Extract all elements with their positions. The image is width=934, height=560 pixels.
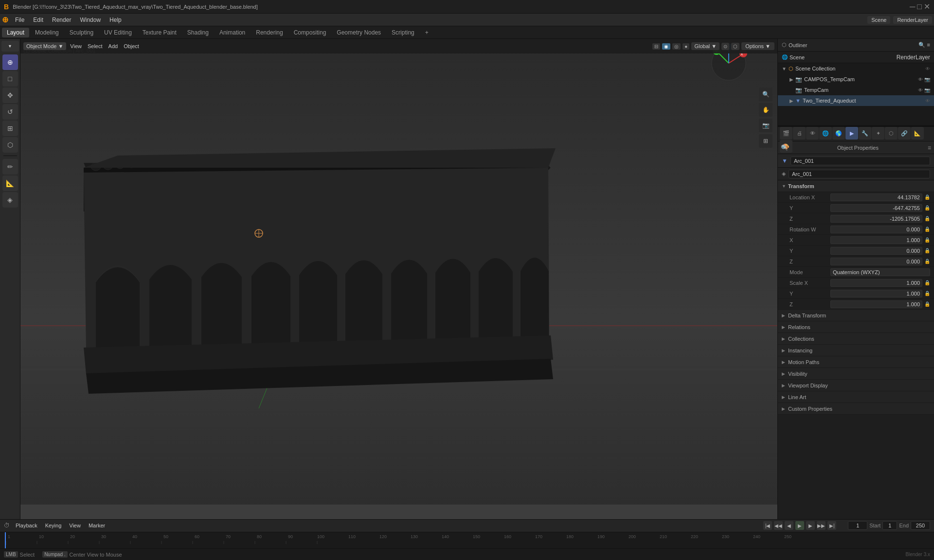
scale-y-value[interactable]: 1.000 bbox=[830, 290, 922, 298]
outliner-item-scene-collection[interactable]: ▼ ⬡ Scene Collection 👁 bbox=[778, 63, 934, 74]
rotation-x-lock[interactable]: 🔒 bbox=[924, 237, 930, 243]
scale-z-value[interactable]: 1.000 bbox=[830, 300, 922, 308]
data-block-name-input[interactable] bbox=[789, 170, 930, 178]
outliner-item-campos[interactable]: ▶ 📷 CAMPOS_TempCam 👁 📷 bbox=[778, 74, 934, 85]
view-menu-btn[interactable]: View bbox=[68, 42, 84, 50]
end-frame-input[interactable]: 250 bbox=[911, 521, 930, 530]
pan-btn[interactable]: ✋ bbox=[759, 103, 772, 117]
render-layer-name[interactable]: RenderLayer bbox=[897, 54, 930, 61]
annotate-tool[interactable]: ✏ bbox=[2, 159, 18, 175]
location-z-value[interactable]: -1205.17505 bbox=[830, 215, 922, 223]
current-frame-input[interactable]: 1 bbox=[848, 521, 867, 530]
viewport-shading-wire[interactable]: ⊟ bbox=[652, 43, 660, 50]
jump-forward-btn[interactable]: ▶▶ bbox=[817, 521, 826, 530]
render-layer-selector[interactable]: RenderLayer bbox=[893, 16, 932, 24]
location-x-value[interactable]: 44.13782 bbox=[830, 193, 922, 201]
viewport-shading-render[interactable]: ● bbox=[683, 43, 689, 50]
tab-rendering[interactable]: Rendering bbox=[251, 28, 287, 37]
outliner-filter[interactable]: ≡ bbox=[927, 42, 930, 48]
location-y-value[interactable]: -647.42755 bbox=[830, 204, 922, 212]
viewport-display-section[interactable]: ▶ Viewport Display bbox=[778, 380, 934, 391]
scale-x-lock[interactable]: 🔒 bbox=[924, 280, 930, 285]
tab-animation[interactable]: Animation bbox=[215, 28, 250, 37]
view-layer-icon[interactable]: 👁 bbox=[806, 127, 819, 140]
delta-transform-section[interactable]: ▶ Delta Transform bbox=[778, 310, 934, 321]
menu-help[interactable]: Help bbox=[106, 16, 126, 24]
quad-view-btn[interactable]: ⊞ bbox=[759, 134, 772, 148]
viewport-canvas[interactable]: User Perspective (1) Scene Collection | … bbox=[20, 39, 777, 505]
rotation-z-value[interactable]: 0.000 bbox=[830, 258, 922, 265]
step-back-btn[interactable]: ◀ bbox=[785, 521, 793, 530]
tab-sculpting[interactable]: Sculpting bbox=[65, 28, 98, 37]
menu-file[interactable]: File bbox=[11, 16, 28, 24]
menu-render[interactable]: Render bbox=[48, 16, 75, 24]
rotate-tool[interactable]: ↺ bbox=[2, 104, 18, 120]
play-btn[interactable]: ▶ bbox=[795, 521, 804, 530]
tab-add[interactable]: + bbox=[420, 28, 433, 37]
frame-ruler[interactable]: 1 10 20 30 40 50 60 70 80 90 100 110 120… bbox=[0, 532, 934, 548]
step-forward-btn[interactable]: ▶ bbox=[806, 521, 815, 530]
viewport[interactable]: Object Mode ▼ View Select Add Object ⊟ ◉… bbox=[20, 39, 777, 519]
scene-props-icon[interactable]: 🌐 bbox=[819, 127, 832, 140]
minimize-icon[interactable]: ─ bbox=[910, 2, 915, 11]
cursor-tool[interactable]: ⊕ bbox=[2, 54, 18, 70]
custom-properties-section[interactable]: ▶ Custom Properties bbox=[778, 403, 934, 415]
modifier-props-icon[interactable]: 🔧 bbox=[859, 127, 871, 140]
select-box-tool[interactable]: □ bbox=[2, 71, 18, 87]
tab-modeling[interactable]: Modeling bbox=[30, 28, 64, 37]
keying-btn[interactable]: Keying bbox=[43, 522, 64, 529]
object-name-input[interactable] bbox=[790, 157, 930, 165]
view-btn[interactable]: View bbox=[67, 522, 83, 529]
collections-section[interactable]: ▶ Collections bbox=[778, 333, 934, 345]
scene-name-label[interactable]: Scene bbox=[790, 54, 805, 60]
tab-geometry-nodes[interactable]: Geometry Nodes bbox=[332, 28, 386, 37]
zoom-in-btn[interactable]: 🔍 bbox=[759, 88, 772, 101]
world-props-icon[interactable]: 🌎 bbox=[832, 127, 845, 140]
tab-uv-editing[interactable]: UV Editing bbox=[99, 28, 137, 37]
add-menu-btn[interactable]: Add bbox=[107, 42, 120, 50]
location-y-lock[interactable]: 🔒 bbox=[924, 205, 930, 210]
tab-layout[interactable]: Layout bbox=[2, 28, 29, 37]
scale-tool[interactable]: ⊞ bbox=[2, 121, 18, 136]
instancing-section[interactable]: ▶ Instancing bbox=[778, 345, 934, 356]
viewport-shading-solid[interactable]: ◉ bbox=[662, 43, 670, 50]
gizmo-overlay-btn[interactable]: ⬡ bbox=[731, 43, 739, 50]
viewport-shading-material[interactable]: ◎ bbox=[672, 43, 681, 50]
outliner-item-tempcam[interactable]: 📷 TempCam 👁 📷 bbox=[778, 85, 934, 95]
jump-to-start-btn[interactable]: |◀ bbox=[763, 521, 772, 530]
object-menu-btn[interactable]: Object bbox=[122, 42, 141, 50]
motion-paths-section[interactable]: ▶ Motion Paths bbox=[778, 356, 934, 368]
move-tool[interactable]: ✥ bbox=[2, 88, 18, 103]
data-props-icon[interactable]: 📐 bbox=[911, 127, 924, 140]
add-obj-tool[interactable]: ◈ bbox=[2, 192, 18, 208]
jump-back-btn[interactable]: ◀◀ bbox=[774, 521, 783, 530]
particle-props-icon[interactable]: ✦ bbox=[872, 127, 884, 140]
object-props-icon[interactable]: ▶ bbox=[845, 127, 858, 140]
start-frame-input[interactable]: 1 bbox=[882, 521, 897, 530]
output-props-icon[interactable]: 🖨 bbox=[793, 127, 806, 140]
rotation-w-lock[interactable]: 🔒 bbox=[924, 227, 930, 232]
object-mode-btn[interactable]: Object Mode ▼ bbox=[23, 42, 66, 50]
global-local-btn[interactable]: Global ▼ bbox=[691, 42, 719, 50]
playback-btn[interactable]: Playback bbox=[14, 522, 39, 529]
camera-view-btn[interactable]: 📷 bbox=[759, 119, 772, 132]
mode-selector[interactable]: ▼ bbox=[1, 41, 19, 52]
props-filter-icon[interactable]: ≡ bbox=[928, 144, 931, 151]
menu-edit[interactable]: Edit bbox=[29, 16, 47, 24]
close-icon[interactable]: ✕ bbox=[924, 2, 930, 11]
rotation-x-value[interactable]: 1.000 bbox=[830, 236, 922, 244]
tab-shading[interactable]: Shading bbox=[182, 28, 214, 37]
search-icon[interactable]: 🔍 bbox=[781, 144, 788, 151]
tab-texture-paint[interactable]: Texture Paint bbox=[138, 28, 181, 37]
menu-window[interactable]: Window bbox=[76, 16, 105, 24]
rotation-y-lock[interactable]: 🔒 bbox=[924, 248, 930, 253]
rotation-z-lock[interactable]: 🔒 bbox=[924, 259, 930, 264]
measure-tool[interactable]: 📐 bbox=[2, 175, 18, 191]
scale-z-lock[interactable]: 🔒 bbox=[924, 301, 930, 307]
outliner-item-aqueduct[interactable]: ▶ ▼ Two_Tiered_Aqueduct 👁 bbox=[778, 95, 934, 106]
transform-section-header[interactable]: ▼ Transform bbox=[778, 180, 934, 192]
rotation-y-value[interactable]: 0.000 bbox=[830, 247, 922, 255]
location-z-lock[interactable]: 🔒 bbox=[924, 216, 930, 221]
scene-selector[interactable]: Scene bbox=[867, 16, 890, 24]
scale-y-lock[interactable]: 🔒 bbox=[924, 291, 930, 296]
